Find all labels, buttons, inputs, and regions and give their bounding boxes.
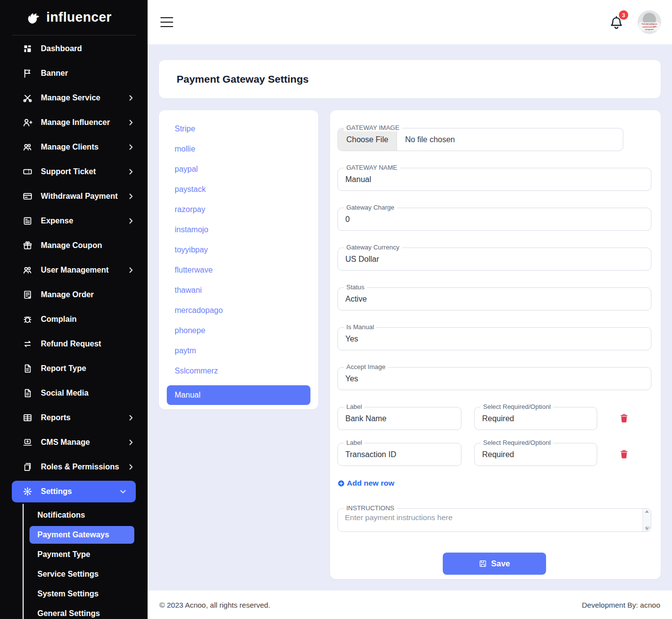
gateway-item-instamojo[interactable]: instamojo bbox=[175, 224, 310, 236]
gateway-item-paytm[interactable]: paytm bbox=[175, 345, 310, 357]
file-chosen-text: No file chosen bbox=[397, 128, 455, 151]
gateway-charge-field: Gateway Charge bbox=[337, 208, 651, 231]
gear-icon bbox=[23, 487, 32, 496]
status-select[interactable] bbox=[337, 287, 651, 310]
avatar-watermark: You are using an unlicensed API computer bbox=[639, 22, 660, 31]
submenu-item-notifications[interactable]: Notifications bbox=[0, 505, 148, 525]
save-button[interactable]: Save bbox=[443, 553, 546, 575]
gateway-charge-input[interactable] bbox=[337, 208, 651, 231]
gateway-currency-field: Gateway Currency bbox=[337, 248, 651, 271]
gateway-item-stripe[interactable]: Stripe bbox=[175, 123, 310, 135]
row-required-select[interactable] bbox=[474, 443, 597, 466]
sidebar-item-manage-service[interactable]: Manage Service bbox=[0, 86, 148, 110]
gateway-item-mollie[interactable]: mollie bbox=[175, 143, 310, 155]
sidebar-item-reports[interactable]: Reports bbox=[0, 405, 148, 430]
field-label: Status bbox=[344, 283, 367, 291]
field-label: Select Required/Optionl bbox=[481, 403, 553, 410]
sidebar-item-dashboard[interactable]: Dashboard bbox=[0, 36, 148, 61]
submenu-item-payment-type[interactable]: Payment Type bbox=[0, 545, 148, 564]
notification-badge: 3 bbox=[619, 10, 628, 20]
gateway-item-paypal[interactable]: paypal bbox=[175, 163, 310, 175]
gateway-item-toyyibpay[interactable]: toyyibpay bbox=[175, 244, 310, 256]
instructions-textarea[interactable] bbox=[338, 509, 642, 531]
submenu-item-label: Payment Gateways bbox=[37, 530, 109, 539]
sidebar-item-manage-coupon[interactable]: Manage Coupon bbox=[0, 233, 148, 258]
chevron-right-icon bbox=[127, 94, 135, 102]
menu-toggle-button[interactable] bbox=[157, 14, 176, 30]
is-manual-select[interactable] bbox=[337, 327, 651, 350]
custom-field-row: Label Select Required/Optionl bbox=[337, 407, 651, 430]
page-title-card: Payment Gateway Settings bbox=[159, 60, 661, 98]
row-label-input[interactable] bbox=[337, 407, 461, 430]
notifications-button[interactable]: 3 bbox=[609, 15, 624, 32]
field-label: Select Required/Optionl bbox=[481, 439, 553, 446]
submenu-item-general-settings[interactable]: General Settings bbox=[0, 604, 148, 619]
gateway-item-paystack[interactable]: paystack bbox=[175, 184, 310, 195]
add-new-row-link[interactable]: Add new row bbox=[337, 479, 394, 488]
sidebar-item-report-type[interactable]: Report Type bbox=[0, 356, 148, 381]
instructions-field: INSTRUCTIONS bbox=[337, 508, 651, 532]
sidebar-item-support-ticket[interactable]: Support Ticket bbox=[0, 159, 148, 184]
gateway-item-manual-selected[interactable]: Manual bbox=[167, 385, 310, 405]
delete-row-button[interactable] bbox=[619, 413, 629, 425]
sidebar-item-label: Refund Request bbox=[41, 340, 135, 348]
invoice-icon bbox=[23, 216, 32, 226]
choose-file-button[interactable]: Choose File bbox=[338, 128, 397, 151]
row-label-input[interactable] bbox=[337, 443, 461, 466]
sidebar-item-roles-permissions[interactable]: Roles & Permissions bbox=[0, 455, 148, 479]
sidebar-item-label: Roles & Permissions bbox=[41, 463, 127, 471]
sidebar-item-refund-request[interactable]: Refund Request bbox=[0, 332, 148, 356]
content: Payment Gateway Settings Stripe mollie p… bbox=[148, 44, 672, 590]
save-icon bbox=[479, 559, 487, 568]
sidebar-item-label: Report Type bbox=[41, 364, 135, 373]
users-icon bbox=[23, 265, 32, 275]
bug-icon bbox=[23, 314, 32, 324]
field-label: GATEWAY NAME bbox=[344, 164, 400, 171]
delete-row-button[interactable] bbox=[619, 449, 629, 461]
gateway-name-input[interactable] bbox=[337, 168, 651, 191]
brand-logo[interactable]: influencer bbox=[0, 0, 148, 35]
avatar[interactable]: You are using an unlicensed API computer bbox=[638, 10, 661, 34]
sidebar-item-complain[interactable]: Complain bbox=[0, 307, 148, 332]
row-label-field: Label bbox=[337, 407, 461, 430]
save-button-row: Save bbox=[337, 553, 651, 575]
sidebar-item-banner[interactable]: Banner bbox=[0, 61, 148, 86]
sidebar-item-manage-clients[interactable]: Manage Clients bbox=[0, 135, 148, 159]
field-label: Gateway Charge bbox=[344, 204, 397, 211]
gateway-item-razorpay[interactable]: razorpay bbox=[175, 204, 310, 216]
gateway-item-thawani[interactable]: thawani bbox=[175, 284, 310, 296]
sidebar-item-label: Manage Clients bbox=[41, 143, 127, 152]
field-label: Gateway Currency bbox=[344, 244, 402, 251]
row-required-select[interactable] bbox=[474, 407, 597, 430]
field-label: Is Manual bbox=[344, 323, 376, 331]
gateway-item-flutterwave[interactable]: flutterwave bbox=[175, 264, 310, 276]
chevron-right-icon bbox=[127, 143, 135, 151]
sidebar-item-label: Withdrawal Payment bbox=[41, 192, 127, 201]
sidebar-item-withdrawal-payment[interactable]: Withdrawal Payment bbox=[0, 184, 148, 209]
is-manual-field: Is Manual bbox=[337, 327, 651, 350]
sidebar-item-label: Support Ticket bbox=[41, 167, 127, 176]
sidebar-item-manage-order[interactable]: Manage Order bbox=[0, 282, 148, 307]
trash-icon bbox=[619, 449, 629, 460]
sidebar-item-user-management[interactable]: User Management bbox=[0, 258, 148, 282]
sidebar-item-settings[interactable]: Settings bbox=[12, 481, 136, 502]
submenu-item-label: Service Settings bbox=[37, 570, 99, 579]
sidebar-item-social-media[interactable]: Social Media bbox=[0, 381, 148, 405]
scroll-up-arrow-icon[interactable] bbox=[645, 510, 649, 513]
copyright-text: © 2023 Acnoo, all rights reserved. bbox=[159, 601, 270, 609]
sidebar-item-label: Social Media bbox=[41, 389, 135, 398]
sidebar-item-cms-manage[interactable]: CMS Manage bbox=[0, 430, 148, 455]
submenu-item-payment-gateways[interactable]: Payment Gateways bbox=[30, 526, 134, 544]
gateway-currency-select[interactable] bbox=[337, 248, 651, 271]
accept-image-select[interactable] bbox=[337, 367, 651, 390]
gateway-item-mercadopago[interactable]: mercadopago bbox=[175, 305, 310, 316]
submenu-item-system-settings[interactable]: System Settings bbox=[0, 584, 148, 604]
sidebar-item-expense[interactable]: Expense bbox=[0, 209, 148, 233]
sidebar-item-manage-influencer[interactable]: Manage Influencer bbox=[0, 110, 148, 135]
sidebar-item-label: Complain bbox=[41, 315, 135, 324]
file-input[interactable]: Choose File No file chosen bbox=[337, 128, 623, 151]
chevron-right-icon bbox=[127, 438, 135, 446]
submenu-item-service-settings[interactable]: Service Settings bbox=[0, 564, 148, 584]
gateway-item-sslcommerz[interactable]: Sslcommerz bbox=[175, 365, 310, 377]
gateway-item-phonepe[interactable]: phonepe bbox=[175, 325, 310, 337]
